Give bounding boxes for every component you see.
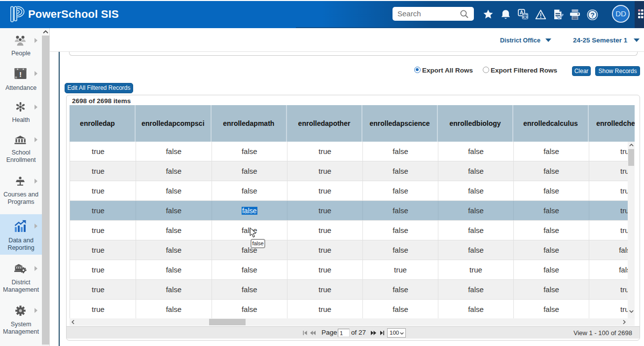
svg-text:!: ! (19, 70, 22, 78)
svg-text:?: ? (590, 11, 594, 19)
svg-text:文: 文 (522, 14, 528, 19)
